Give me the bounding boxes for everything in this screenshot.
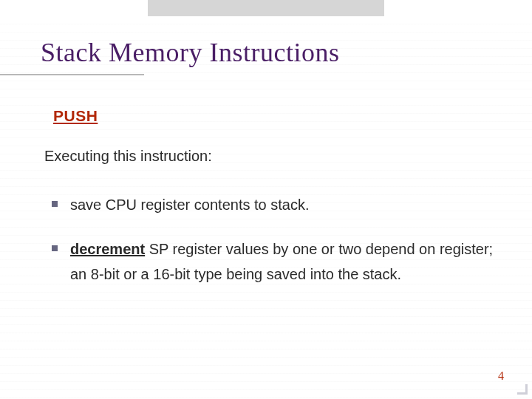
page-number: 4: [498, 369, 504, 383]
square-bullet-icon: [52, 201, 58, 207]
slide-title: Stack Memory Instructions: [41, 37, 339, 68]
title-underline-rule: [0, 74, 144, 75]
corner-decoration-icon: [517, 384, 528, 395]
square-bullet-icon: [52, 245, 58, 251]
bullet-item: save CPU register contents to stack.: [44, 192, 495, 217]
bullet-text: save CPU register contents to stack.: [70, 197, 309, 213]
header-accent-bar: [148, 0, 384, 16]
bullet-item: decrement SP register values by one or t…: [44, 236, 495, 287]
intro-text: Executing this instruction:: [44, 148, 212, 165]
push-section-heading: PUSH: [53, 107, 98, 125]
bullet-emphasis: decrement: [70, 241, 145, 257]
bullet-list: save CPU register contents to stack. dec…: [44, 192, 495, 306]
